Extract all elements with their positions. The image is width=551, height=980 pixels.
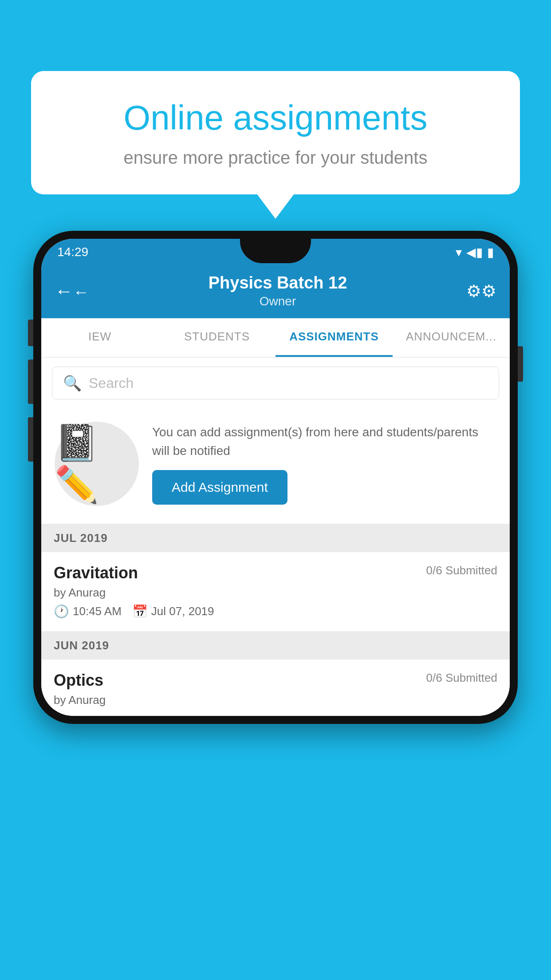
back-button[interactable]: ← — [55, 281, 89, 302]
empty-state-icon-circle: 📓✏️ — [55, 422, 139, 506]
tab-iew[interactable]: IEW — [41, 318, 158, 357]
assignment-top: Gravitation 0/6 Submitted — [54, 564, 497, 582]
assignment-by: by Anurag — [54, 586, 497, 600]
section-header-jul: JUL 2019 — [41, 524, 510, 552]
phone-mockup: 14:29 ▾ ◀▮ ▮ ← Physics Batch 12 Owner ⚙ … — [33, 231, 518, 724]
assignment-time: 🕐 10:45 AM — [54, 604, 122, 619]
assignment-name-optics: Optics — [54, 671, 103, 690]
section-header-jun: JUN 2019 — [41, 632, 510, 660]
phone-side-left-3 — [28, 417, 33, 462]
empty-state-right: You can add assignment(s) from here and … — [152, 423, 496, 505]
assignment-submitted: 0/6 Submitted — [426, 564, 497, 577]
status-time: 14:29 — [57, 245, 88, 259]
header-title-block: Physics Batch 12 Owner — [209, 273, 347, 308]
assignment-submitted-optics: 0/6 Submitted — [426, 671, 497, 685]
bubble-subtitle: ensure more practice for your students — [67, 148, 484, 168]
battery-icon: ▮ — [487, 245, 494, 260]
empty-state-description: You can add assignment(s) from here and … — [152, 423, 496, 460]
search-bar[interactable]: 🔍 Search — [52, 367, 499, 399]
phone-side-left-1 — [28, 320, 33, 346]
tab-assignments[interactable]: ASSIGNMENTS — [276, 318, 393, 357]
phone-body: 14:29 ▾ ◀▮ ▮ ← Physics Batch 12 Owner ⚙ … — [33, 231, 518, 724]
assignment-item-optics[interactable]: Optics 0/6 Submitted by Anurag — [41, 660, 510, 716]
clock-icon: 🕐 — [54, 604, 69, 619]
promo-card: Online assignments ensure more practice … — [31, 71, 520, 194]
assignment-by-optics: by Anurag — [54, 693, 497, 707]
empty-state-section: 📓✏️ You can add assignment(s) from here … — [41, 408, 510, 524]
header-title: Physics Batch 12 — [209, 273, 347, 292]
assignment-name: Gravitation — [54, 564, 138, 582]
search-input[interactable]: Search — [89, 375, 134, 391]
assignment-top-optics: Optics 0/6 Submitted — [54, 671, 497, 690]
assignment-meta: 🕐 10:45 AM 📅 Jul 07, 2019 — [54, 604, 497, 619]
status-icons: ▾ ◀▮ ▮ — [456, 245, 494, 260]
phone-screen: 14:29 ▾ ◀▮ ▮ ← Physics Batch 12 Owner ⚙ … — [41, 239, 510, 716]
add-assignment-button[interactable]: Add Assignment — [152, 470, 287, 505]
assignment-item-gravitation[interactable]: Gravitation 0/6 Submitted by Anurag 🕐 10… — [41, 552, 510, 632]
assignment-date-value: Jul 07, 2019 — [151, 605, 214, 618]
phone-notch — [240, 239, 311, 263]
phone-side-right — [518, 346, 523, 382]
calendar-icon: 📅 — [132, 604, 148, 619]
notebook-icon: 📓✏️ — [55, 422, 139, 506]
wifi-icon: ▾ — [456, 245, 462, 260]
app-header: ← Physics Batch 12 Owner ⚙ — [41, 265, 510, 318]
tab-announcements[interactable]: ANNOUNCEM... — [393, 318, 510, 357]
bubble-title: Online assignments — [67, 98, 484, 138]
assignment-date: 📅 Jul 07, 2019 — [132, 604, 214, 619]
signal-icon: ◀▮ — [466, 245, 483, 260]
speech-bubble: Online assignments ensure more practice … — [31, 71, 520, 194]
header-subtitle: Owner — [209, 294, 347, 308]
search-container: 🔍 Search — [41, 358, 510, 408]
phone-side-left-2 — [28, 360, 33, 404]
settings-button[interactable]: ⚙ — [466, 281, 496, 301]
tab-students[interactable]: STUDENTS — [158, 318, 276, 357]
search-icon: 🔍 — [63, 374, 82, 392]
assignment-time-value: 10:45 AM — [73, 605, 122, 618]
tabs-bar: IEW STUDENTS ASSIGNMENTS ANNOUNCEM... — [41, 318, 510, 358]
